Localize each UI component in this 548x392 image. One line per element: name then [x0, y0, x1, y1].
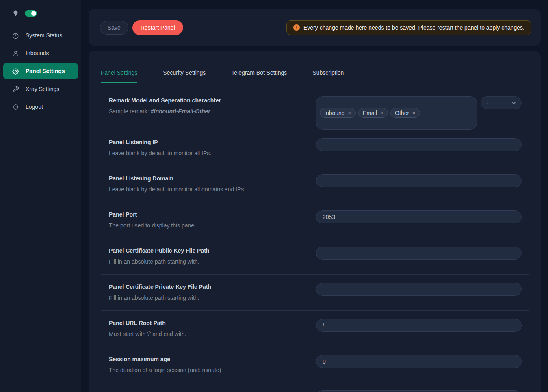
field-hint: Must start with '/' and end with. — [109, 330, 304, 338]
main-content: Save Restart Panel ! Every change made h… — [81, 0, 548, 392]
alert-text: Every change made here needs to be saved… — [303, 24, 524, 31]
session-max-age-input[interactable] — [316, 355, 522, 368]
field-title: Panel Listening IP — [109, 138, 304, 146]
sidebar-item-label: Inbounds — [26, 50, 49, 56]
sidebar-item-label: Xray Settings — [26, 86, 59, 92]
form-row-panel-listening-domain: Panel Listening Domain Leave blank by de… — [101, 166, 529, 202]
field-hint: Fill in an absolute path starting with. — [109, 294, 304, 302]
form-row-url-root-path: Panel URL Root Path Must start with '/' … — [101, 311, 529, 347]
field-hint: Fill in an absolute path starting with. — [109, 258, 304, 266]
field-label: Panel Listening Domain Leave blank by de… — [109, 174, 316, 202]
form-row-panel-port: Panel Port The port used to display this… — [101, 202, 529, 238]
tab-security-settings[interactable]: Security Settings — [163, 69, 206, 83]
field-hint: Leave blank by default to monitor all do… — [109, 185, 304, 193]
tag-email[interactable]: Email✕ — [358, 108, 388, 118]
form-row-panel-listening-ip: Panel Listening IP Leave blank by defaul… — [101, 130, 529, 166]
field-hint: The duration of a login session (unit: m… — [109, 366, 304, 374]
cert-private-key-path-input[interactable] — [316, 283, 522, 296]
field-control — [316, 319, 522, 347]
logout-icon — [12, 104, 19, 110]
field-control — [316, 283, 522, 310]
form-row-cert-public-key: Panel Certificate Public Key File Path F… — [101, 238, 529, 275]
dark-mode-toggle[interactable] — [25, 10, 37, 17]
gear-icon — [12, 68, 19, 75]
field-control — [316, 210, 522, 238]
sidebar-item-system-status[interactable]: System Status — [0, 27, 81, 43]
form-row-session-max-age: Session maximum age The duration of a lo… — [101, 347, 529, 383]
form-row-remark-model: Remark Model and Seperation charachter S… — [101, 83, 529, 130]
field-title: Panel Certificate Private Key File Path — [109, 283, 304, 291]
field-title: Panel Certificate Public Key File Path — [109, 247, 304, 255]
field-title: Panel Port — [109, 210, 304, 219]
sidebar-item-inbounds[interactable]: Inbounds — [0, 45, 81, 61]
sidebar-item-label: Panel Settings — [26, 68, 65, 74]
sidebar: System Status Inbounds Panel Settings Xr… — [0, 0, 81, 392]
field-label: Panel Listening IP Leave blank by defaul… — [109, 138, 316, 166]
sidebar-item-label: System Status — [26, 32, 62, 39]
field-label — [109, 390, 316, 392]
panel-listening-domain-input[interactable] — [316, 174, 522, 187]
url-root-path-input[interactable] — [316, 319, 522, 332]
sidebar-item-logout[interactable]: Logout — [0, 99, 81, 115]
field-hint: The port used to display this panel — [109, 221, 304, 230]
dashboard-icon — [12, 32, 19, 39]
tag-label: Other — [395, 110, 409, 116]
tab-telegram-bot-settings[interactable]: Telegram Bot Settings — [231, 69, 287, 83]
remark-model-tags-input[interactable]: Inbound✕ Email✕ Other✕ — [316, 96, 477, 130]
toolbar-card: Save Restart Panel ! Every change made h… — [89, 9, 541, 46]
field-title: Session maximum age — [109, 355, 304, 363]
separator-select[interactable]: - — [481, 96, 522, 109]
field-control — [316, 138, 522, 166]
tag-remove-icon[interactable]: ✕ — [380, 111, 383, 115]
theme-toggle-row — [0, 0, 81, 24]
sidebar-item-label: Logout — [26, 104, 43, 110]
tag-inbound[interactable]: Inbound✕ — [320, 108, 356, 118]
tag-remove-icon[interactable]: ✕ — [348, 111, 351, 115]
user-icon — [12, 50, 19, 57]
sidebar-item-xray-settings[interactable]: Xray Settings — [0, 81, 81, 97]
warning-icon: ! — [293, 24, 300, 31]
field-hint: Leave blank by default to monitor all IP… — [109, 149, 304, 157]
separator-select-value: - — [486, 100, 488, 106]
form-row-partial — [101, 383, 529, 392]
sidebar-item-panel-settings[interactable]: Panel Settings — [3, 63, 78, 79]
chevron-down-icon — [511, 101, 516, 105]
field-title: Panel Listening Domain — [109, 174, 304, 182]
field-label: Panel URL Root Path Must start with '/' … — [109, 319, 316, 347]
hint-sample: #Inbound-Email-Other — [151, 108, 210, 115]
tag-remove-icon[interactable]: ✕ — [412, 111, 416, 115]
restart-panel-button[interactable]: Restart Panel — [132, 20, 183, 35]
save-button[interactable]: Save — [100, 21, 128, 35]
field-label: Session maximum age The duration of a lo… — [109, 355, 316, 383]
tab-panel-settings[interactable]: Panel Settings — [101, 69, 137, 83]
sidebar-nav: System Status Inbounds Panel Settings Xr… — [0, 27, 81, 115]
field-title: Remark Model and Seperation charachter — [109, 96, 304, 104]
field-control — [316, 247, 522, 274]
tab-subscription[interactable]: Subscription — [312, 69, 344, 83]
toggle-knob — [31, 11, 36, 16]
tag-label: Inbound — [324, 110, 345, 116]
field-control — [316, 355, 522, 383]
hint-prefix: Sample remark: — [109, 108, 151, 115]
field-label: Panel Certificate Private Key File Path … — [109, 283, 316, 310]
field-label: Panel Port The port used to display this… — [109, 210, 316, 238]
settings-tabs: Panel Settings Security Settings Telegra… — [101, 51, 529, 83]
field-label: Panel Certificate Public Key File Path F… — [109, 247, 316, 274]
partial-row-input[interactable] — [316, 390, 522, 392]
form-row-cert-private-key: Panel Certificate Private Key File Path … — [101, 275, 529, 311]
panel-listening-ip-input[interactable] — [316, 138, 522, 151]
lightbulb-icon — [12, 10, 19, 17]
panel-port-input[interactable] — [316, 210, 522, 223]
field-title: Panel URL Root Path — [109, 319, 304, 327]
field-hint: Sample remark: #Inbound-Email-Other — [109, 107, 304, 115]
app-window: System Status Inbounds Panel Settings Xr… — [0, 0, 548, 392]
cert-public-key-path-input[interactable] — [316, 247, 522, 260]
field-label: Remark Model and Seperation charachter S… — [109, 96, 316, 130]
field-control — [316, 390, 522, 392]
settings-card: Panel Settings Security Settings Telegra… — [89, 51, 541, 392]
save-warning-alert: ! Every change made here needs to be sav… — [286, 20, 531, 35]
tag-other[interactable]: Other✕ — [390, 108, 420, 118]
field-control: Inbound✕ Email✕ Other✕ - — [316, 96, 522, 130]
tag-label: Email — [363, 110, 377, 116]
wrench-icon — [12, 86, 19, 93]
